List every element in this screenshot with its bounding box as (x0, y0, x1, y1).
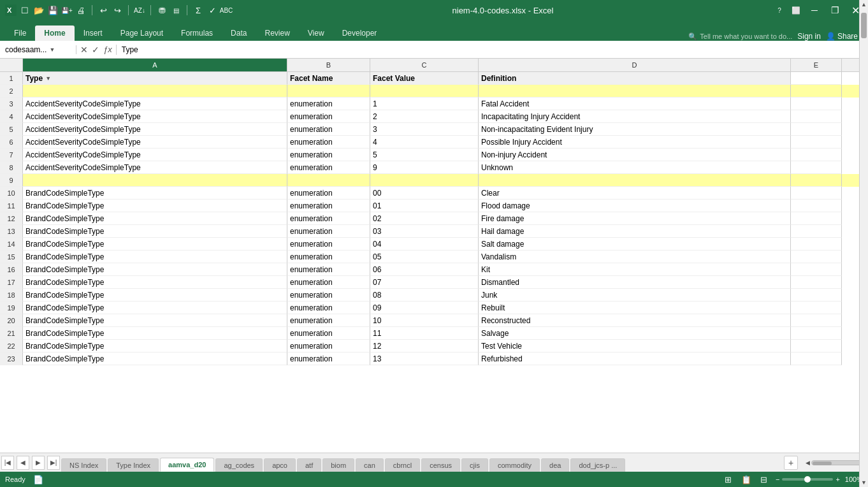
tab-data[interactable]: Data (222, 25, 256, 41)
row-number[interactable]: 8 (0, 161, 23, 174)
cell[interactable]: Unknown (479, 161, 791, 174)
cell[interactable]: Kit (479, 263, 791, 276)
cell[interactable]: enumeration (287, 110, 370, 123)
tab-developer[interactable]: Developer (333, 25, 386, 41)
sheet-tab[interactable]: aamva_d20 (160, 458, 214, 472)
row-number[interactable]: 9 (0, 174, 23, 187)
cell[interactable]: enumeration (287, 200, 370, 212)
undo-icon[interactable]: ↩ (98, 4, 109, 16)
cell[interactable]: enumeration (287, 302, 370, 314)
cell[interactable] (791, 225, 842, 238)
zoom-slider-thumb[interactable] (804, 476, 811, 483)
cell[interactable]: Non-injury Accident (479, 149, 791, 161)
ribbon-toggle-icon[interactable]: ⬜ (790, 4, 802, 16)
row-number[interactable]: 23 (0, 353, 23, 365)
cell[interactable]: 05 (370, 251, 479, 263)
cell[interactable]: BrandCodeSimpleType (23, 314, 287, 327)
cell[interactable] (23, 85, 287, 98)
cell[interactable]: 5 (370, 149, 479, 161)
format-icon[interactable]: ▤ (170, 4, 182, 16)
cell[interactable] (791, 289, 842, 302)
row-number[interactable]: 21 (0, 327, 23, 340)
row-number[interactable]: 5 (0, 123, 23, 136)
cell[interactable]: enumeration (287, 123, 370, 136)
cell[interactable]: enumeration (287, 289, 370, 302)
cell[interactable] (479, 85, 791, 98)
search-box[interactable]: 🔍 Tell me what you want to do... (688, 33, 792, 41)
sheet-tab[interactable]: ag_codes (215, 458, 263, 472)
cell[interactable]: BrandCodeSimpleType (23, 302, 287, 314)
cell[interactable]: enumeration (287, 225, 370, 238)
cell[interactable]: Type▼ (23, 72, 287, 85)
save-icon[interactable]: 💾 (47, 4, 59, 16)
add-sheet-button[interactable]: + (784, 456, 798, 470)
cell[interactable]: 03 (370, 225, 479, 238)
cell[interactable] (791, 72, 842, 85)
cell[interactable]: 02 (370, 212, 479, 225)
cell[interactable]: BrandCodeSimpleType (23, 353, 287, 365)
cell[interactable]: Salt damage (479, 238, 791, 251)
sheet-tab[interactable]: dea (541, 458, 569, 472)
cell[interactable] (791, 187, 842, 200)
row-number[interactable]: 3 (0, 98, 23, 110)
cancel-formula-button[interactable]: ✕ (80, 45, 88, 55)
h-scroll-thumb[interactable] (813, 462, 832, 465)
new-file-icon[interactable]: ☐ (19, 4, 31, 16)
cell[interactable]: 00 (370, 187, 479, 200)
tab-home[interactable]: Home (35, 25, 74, 41)
row-number[interactable]: 7 (0, 149, 23, 161)
cell[interactable]: BrandCodeSimpleType (23, 200, 287, 212)
cell[interactable]: Reconstructed (479, 314, 791, 327)
insert-function-button[interactable]: ƒx (103, 45, 112, 54)
sheet-tab[interactable]: can (356, 458, 384, 472)
cell[interactable] (479, 174, 791, 187)
cell[interactable]: BrandCodeSimpleType (23, 340, 287, 353)
tab-review[interactable]: Review (256, 25, 298, 41)
cell[interactable]: Vandalism (479, 251, 791, 263)
cell[interactable]: AccidentSeverityCodeSimpleType (23, 161, 287, 174)
name-box[interactable]: codesaam... ▼ (0, 45, 76, 54)
cell[interactable]: enumeration (287, 276, 370, 289)
cell[interactable]: Facet Value (370, 72, 479, 85)
col-header-c[interactable]: C (370, 59, 479, 71)
sheet-tab[interactable]: Type Index (108, 458, 159, 472)
cell[interactable]: 12 (370, 340, 479, 353)
sheet-nav-last[interactable]: ▶| (47, 456, 60, 470)
cell[interactable]: 10 (370, 314, 479, 327)
cell[interactable] (791, 98, 842, 110)
cell[interactable]: enumeration (287, 149, 370, 161)
check-icon[interactable]: ✓ (206, 4, 218, 16)
cell[interactable]: 08 (370, 289, 479, 302)
cell[interactable]: enumeration (287, 136, 370, 149)
tab-file[interactable]: File (5, 25, 35, 41)
cell[interactable]: Fatal Accident (479, 98, 791, 110)
sign-in-button[interactable]: Sign in (797, 32, 821, 41)
cell[interactable] (287, 174, 370, 187)
spellcheck-icon[interactable]: ABC (221, 4, 232, 16)
sheet-tab[interactable]: atf (297, 458, 321, 472)
tab-view[interactable]: View (299, 25, 333, 41)
filter-icon[interactable]: ⛃ (156, 4, 168, 16)
sheet-nav-next[interactable]: ▶ (32, 456, 45, 470)
filter-dropdown-icon[interactable]: ▼ (45, 75, 51, 82)
cell[interactable]: AccidentSeverityCodeSimpleType (23, 98, 287, 110)
cell[interactable]: BrandCodeSimpleType (23, 238, 287, 251)
cell[interactable]: BrandCodeSimpleType (23, 276, 287, 289)
cell[interactable]: Salvage (479, 327, 791, 340)
row-number[interactable]: 20 (0, 314, 23, 327)
cell[interactable]: AccidentSeverityCodeSimpleType (23, 136, 287, 149)
cell[interactable]: AccidentSeverityCodeSimpleType (23, 149, 287, 161)
cell[interactable] (791, 353, 842, 365)
cell[interactable]: enumeration (287, 327, 370, 340)
cell[interactable] (791, 85, 842, 98)
cell[interactable] (791, 200, 842, 212)
row-number[interactable]: 10 (0, 187, 23, 200)
cell[interactable] (791, 263, 842, 276)
cell[interactable]: 2 (370, 110, 479, 123)
cell[interactable]: enumeration (287, 263, 370, 276)
cell[interactable]: 04 (370, 238, 479, 251)
cell[interactable]: Rebuilt (479, 302, 791, 314)
cell[interactable]: 3 (370, 123, 479, 136)
confirm-formula-button[interactable]: ✓ (92, 45, 99, 55)
tab-page-layout[interactable]: Page Layout (112, 25, 172, 41)
